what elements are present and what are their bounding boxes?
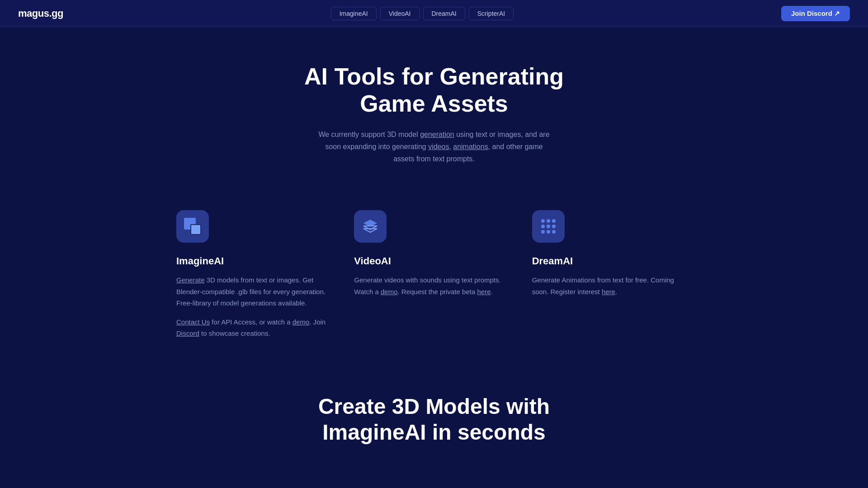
imagineai-demo-link[interactable]: demo [292, 318, 310, 326]
imagineai-icon-box [176, 210, 209, 243]
animations-link[interactable]: animations [453, 143, 488, 150]
nav-links: ImagineAI VideoAI DreamAI ScripterAI [331, 7, 514, 20]
videoai-title: VideoAI [354, 255, 514, 267]
hero-subtitle: We currently support 3D model generation… [316, 128, 552, 165]
videoai-desc: Generate videos with sounds using text p… [354, 274, 514, 297]
bottom-section: Create 3D Models with ImagineAI in secon… [0, 366, 868, 464]
videoai-beta-link[interactable]: here [477, 288, 491, 296]
imagine-icon [184, 218, 201, 235]
imagineai-card: ImagineAI Generate 3D models from text o… [176, 210, 336, 339]
dreamai-register-link[interactable]: here [602, 288, 615, 296]
dreamai-desc: Generate Animations from text for free. … [532, 274, 692, 297]
hero-section: AI Tools for Generating Game Assets We c… [0, 27, 868, 192]
site-logo[interactable]: magus.gg [18, 8, 63, 19]
videoai-demo-link[interactable]: demo [381, 288, 398, 296]
hero-subtitle-text1: We currently support 3D model [318, 131, 420, 138]
imagineai-desc: Generate 3D models from text or images. … [176, 274, 336, 339]
cards-section: ImagineAI Generate 3D models from text o… [140, 192, 728, 366]
nav-scripterai[interactable]: ScripterAI [469, 7, 514, 20]
bottom-title-line1: Create 3D Models with [318, 394, 550, 418]
videoai-icon-box [354, 210, 387, 243]
bottom-title: Create 3D Models with ImagineAI in secon… [276, 394, 592, 446]
videoai-card: VideoAI Generate videos with sounds usin… [354, 210, 514, 339]
nav-imagineai[interactable]: ImagineAI [331, 7, 377, 20]
navbar: magus.gg ImagineAI VideoAI DreamAI Scrip… [0, 0, 868, 27]
dreamai-icon-box [532, 210, 565, 243]
contact-us-link[interactable]: Contact Us [176, 318, 210, 326]
video-icon [362, 218, 379, 235]
nav-videoai[interactable]: VideoAI [380, 7, 420, 20]
dreamai-card: DreamAI Generate Animations from text fo… [532, 210, 692, 339]
join-discord-button[interactable]: Join Discord ↗ [781, 6, 850, 21]
videos-link[interactable]: videos [428, 143, 449, 150]
generation-link[interactable]: generation [420, 131, 454, 138]
hero-title: AI Tools for Generating Game Assets [276, 63, 592, 117]
dreamai-title: DreamAI [532, 255, 692, 267]
nav-dreamai[interactable]: DreamAI [423, 7, 465, 20]
bottom-title-line2: ImagineAI in seconds [322, 420, 545, 444]
dream-icon [541, 219, 556, 234]
discord-link[interactable]: Discord [176, 329, 199, 337]
generate-link[interactable]: Generate [176, 276, 205, 284]
hero-subtitle-text3: , [449, 143, 453, 150]
imagineai-title: ImagineAI [176, 255, 336, 267]
